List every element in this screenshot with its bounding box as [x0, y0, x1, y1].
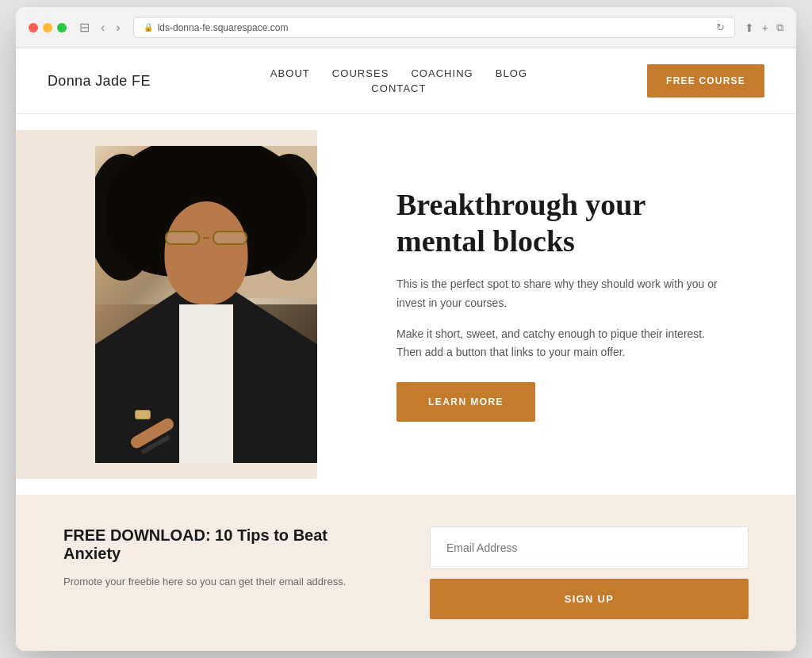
- browser-chrome: ⊟ ‹ › 🔒 lds-donna-fe.squarespace.com ↻ ⬆…: [16, 7, 796, 48]
- hero-headline: Breakthrough your mental blocks: [396, 187, 733, 259]
- learn-more-button[interactable]: LEARN MORE: [396, 382, 535, 422]
- share-icon[interactable]: ⬆: [745, 21, 754, 34]
- address-bar[interactable]: 🔒 lds-donna-fe.squarespace.com ↻: [133, 17, 735, 38]
- site-header: Donna Jade FE ABOUT COURSES COACHING BLO…: [16, 48, 796, 114]
- hero-image: [95, 146, 317, 463]
- nav-coaching[interactable]: COACHING: [411, 67, 473, 79]
- minimize-button[interactable]: [43, 23, 52, 33]
- forward-button[interactable]: ›: [113, 19, 123, 36]
- email-right: SIGN UP: [430, 526, 749, 619]
- email-left: FREE DOWNLOAD: 10 Tips to Beat Anxiety P…: [63, 526, 382, 591]
- nav-about[interactable]: ABOUT: [270, 67, 310, 79]
- download-description: Promote your freebie here so you can get…: [63, 574, 382, 591]
- browser-controls: ⊟ ‹ ›: [76, 18, 124, 36]
- site-logo: Donna Jade FE: [48, 73, 151, 90]
- download-title: FREE DOWNLOAD: 10 Tips to Beat Anxiety: [63, 526, 382, 563]
- reload-icon[interactable]: ↻: [716, 21, 725, 33]
- hero-section: Breakthrough your mental blocks This is …: [16, 114, 796, 495]
- page-content: Donna Jade FE ABOUT COURSES COACHING BLO…: [16, 48, 796, 651]
- signup-button[interactable]: SIGN UP: [430, 579, 749, 619]
- email-input[interactable]: [430, 526, 749, 569]
- browser-actions: ⬆ + ⧉: [745, 21, 783, 34]
- site-nav: ABOUT COURSES COACHING BLOG CONTACT: [270, 67, 527, 94]
- hero-text: Breakthrough your mental blocks This is …: [349, 155, 749, 453]
- hero-body-1: This is the perfect spot to share why th…: [396, 275, 733, 312]
- nav-contact[interactable]: CONTACT: [371, 82, 426, 94]
- hero-body-2: Make it short, sweet, and catchy enough …: [396, 325, 733, 362]
- nav-row-top: ABOUT COURSES COACHING BLOG: [270, 67, 527, 79]
- free-course-button[interactable]: FREE COURSE: [647, 64, 764, 98]
- browser-window: ⊟ ‹ › 🔒 lds-donna-fe.squarespace.com ↻ ⬆…: [16, 7, 796, 651]
- traffic-lights: [29, 23, 67, 33]
- hero-image-wrapper: [16, 114, 349, 495]
- maximize-button[interactable]: [57, 23, 67, 33]
- email-section: FREE DOWNLOAD: 10 Tips to Beat Anxiety P…: [16, 495, 796, 651]
- nav-blog[interactable]: BLOG: [496, 67, 527, 79]
- url-text: lds-donna-fe.squarespace.com: [158, 22, 289, 33]
- tabs-icon[interactable]: ⧉: [776, 21, 783, 34]
- nav-row-bottom: CONTACT: [371, 82, 426, 94]
- sidebar-toggle[interactable]: ⊟: [76, 18, 93, 36]
- close-button[interactable]: [29, 23, 38, 33]
- lock-icon: 🔒: [144, 23, 153, 32]
- back-button[interactable]: ‹: [98, 19, 108, 36]
- new-tab-icon[interactable]: +: [762, 21, 768, 34]
- nav-courses[interactable]: COURSES: [332, 67, 389, 79]
